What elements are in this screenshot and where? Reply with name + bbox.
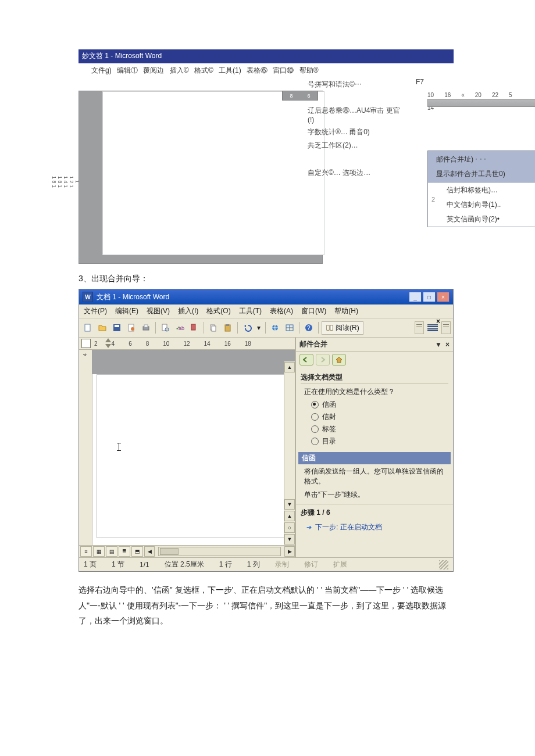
- tools-customize-options[interactable]: 自定兴©… 选项边…: [305, 166, 404, 180]
- menu-window[interactable]: 宙口⑩: [273, 66, 294, 74]
- permission-icon[interactable]: [125, 321, 138, 334]
- undo-icon[interactable]: [241, 321, 254, 334]
- menu-tools[interactable]: 工具(T): [239, 306, 262, 316]
- window-maximize-button[interactable]: □: [423, 292, 436, 302]
- vertical-ruler[interactable]: 4 2 2 4 6: [79, 350, 92, 545]
- window-title: 文档 1 - Microsoft Word: [97, 292, 169, 302]
- scroll-down-button[interactable]: ▼: [284, 499, 295, 510]
- reading-view-button[interactable]: ⬒: [131, 546, 143, 557]
- submenu-chinese-envelope-wizard[interactable]: 中文信封向导(1)..: [440, 198, 535, 212]
- menu-help[interactable]: 帮助®: [299, 66, 319, 74]
- hyperlink-icon[interactable]: [269, 321, 281, 334]
- menu-help[interactable]: 帮助(H): [334, 306, 358, 316]
- toolbar-options-icon[interactable]: [441, 321, 451, 334]
- browse-object-button[interactable]: ○: [284, 522, 295, 533]
- menu-edit[interactable]: 编辑(E): [115, 306, 138, 316]
- hscroll-left-button[interactable]: ◀: [144, 546, 155, 557]
- page-margin-area: [92, 350, 295, 374]
- toolbar-separator: [265, 322, 266, 334]
- radio-icon[interactable]: [311, 425, 319, 433]
- indent-marker-icon[interactable]: [105, 338, 111, 348]
- tools-wordcount[interactable]: 字数统计®… 甬音0): [305, 126, 404, 139]
- selection-description: 将信函发送给一组人。您可以单独设置信函的格式。: [296, 464, 453, 488]
- tools-row2[interactable]: 辽后息卷乘⑧…AU4审击 更官(!): [305, 104, 404, 126]
- scroll-up-button[interactable]: ▲: [284, 362, 295, 372]
- option-label: 信封: [322, 412, 336, 422]
- menu-insert[interactable]: 插入©: [170, 66, 189, 74]
- research-icon[interactable]: [188, 321, 201, 334]
- new-doc-icon[interactable]: [81, 321, 94, 334]
- document-close-button[interactable]: ×: [436, 317, 440, 325]
- tools-spelling[interactable]: 号拼写和语法©‧‧‧: [305, 78, 404, 91]
- web-view-button[interactable]: ▦: [93, 546, 105, 557]
- menu-tools[interactable]: 工具(1): [219, 66, 241, 74]
- page[interactable]: [97, 374, 295, 538]
- vertical-scrollbar[interactable]: ▲ ▼ ▲ ○ ▼: [284, 361, 295, 545]
- toolbar-options-icon[interactable]: [415, 321, 424, 334]
- outline-view-button[interactable]: ≣: [119, 546, 130, 557]
- menu-table[interactable]: 表格(A): [270, 306, 293, 316]
- document-canvas[interactable]: 4 2 2 4 6 ▲ ▼ ▲ ○ ▼: [79, 350, 295, 545]
- horizontal-scrollbar[interactable]: [158, 547, 281, 556]
- status-extend: 扩展: [333, 560, 347, 569]
- menu-file[interactable]: 文件(P): [84, 306, 107, 316]
- menu-view[interactable]: 视图(V): [147, 306, 170, 316]
- tables-borders-icon[interactable]: [283, 321, 296, 334]
- wizard-next-link[interactable]: ➔ 下一步: 正在启动文档: [296, 519, 453, 535]
- print-icon[interactable]: [140, 321, 152, 334]
- help-icon[interactable]: ?: [302, 321, 315, 334]
- open-folder-icon[interactable]: [96, 321, 109, 334]
- next-page-button[interactable]: ▼: [284, 534, 295, 544]
- menu-edit[interactable]: 编辑①: [117, 66, 138, 74]
- horizontal-ruler[interactable]: 2 4 6 8 10 12 14 16 18: [79, 338, 295, 350]
- screenshot-word-mailmerge-pane: W 文档 1 - Microsoft Word _ □ × 文件(P) 编辑(E…: [79, 289, 454, 572]
- prev-page-button[interactable]: ▲: [284, 511, 295, 521]
- nav-back-button[interactable]: [299, 354, 313, 366]
- reading-layout-button[interactable]: 阅读(R): [322, 321, 363, 335]
- menu-insert[interactable]: 插入(I): [178, 306, 198, 316]
- letters-mailings-submenu: 邮件合并址) ‧ ‧ ‧ 显示郝件合并工具世0) 2 信封和标签电)… 中文信封…: [427, 151, 535, 227]
- resize-grip-icon[interactable]: [439, 560, 448, 569]
- submenu-show-mailmerge-toolbar[interactable]: 显示郝件合并工具世0): [429, 167, 534, 181]
- hscroll-thumb[interactable]: [160, 548, 179, 555]
- radio-icon[interactable]: [311, 401, 319, 409]
- radio-icon[interactable]: [311, 438, 319, 445]
- taskpane-dropdown-icon[interactable]: ▼: [435, 341, 442, 349]
- hscroll-right-button[interactable]: ▶: [284, 546, 295, 557]
- print-layout-button[interactable]: ▤: [106, 546, 117, 557]
- copy-icon[interactable]: [207, 321, 220, 334]
- menu-table[interactable]: 表格⑥: [247, 66, 268, 74]
- menu-format[interactable]: 格式©: [194, 66, 213, 74]
- tools-shared-workspace[interactable]: 共乏工作区(2)…: [305, 139, 404, 152]
- option-label[interactable]: 标签: [311, 423, 448, 435]
- option-directory[interactable]: 目录: [311, 435, 448, 447]
- submenu-envelopes-labels[interactable]: 信封和标签电)…: [440, 183, 535, 198]
- menu-window[interactable]: 窗口(W): [301, 306, 326, 316]
- nav-home-button[interactable]: [332, 354, 346, 366]
- paste-icon[interactable]: [222, 321, 234, 334]
- svg-rect-2: [115, 325, 119, 327]
- menu-view[interactable]: 覆阅边: [143, 66, 164, 74]
- menu-format[interactable]: 格式(O): [206, 306, 230, 316]
- radio-icon[interactable]: [311, 413, 319, 421]
- option-letter[interactable]: 信函: [311, 399, 448, 411]
- window-close-button[interactable]: ×: [437, 292, 450, 302]
- submenu-mail-merge[interactable]: 邮件合并址) ‧ ‧ ‧: [429, 152, 534, 167]
- tab-selector-icon[interactable]: [81, 339, 91, 348]
- print-preview-icon[interactable]: [159, 321, 172, 334]
- nav-forward-button[interactable]: [316, 354, 330, 366]
- undo-dropdown-icon[interactable]: ▾: [255, 321, 262, 334]
- normal-view-button[interactable]: ≡: [80, 546, 92, 557]
- option-envelope[interactable]: 信封: [311, 411, 448, 423]
- taskpane-close-button[interactable]: ×: [445, 341, 450, 349]
- status-record: 录制: [275, 560, 289, 569]
- menu-file[interactable]: 文件g): [91, 66, 112, 74]
- submenu-english-letter-wizard[interactable]: 英文信函向导(2)•: [440, 212, 535, 227]
- status-column: 1 列: [247, 560, 260, 569]
- status-bar: 1 页 1 节 1/1 位置 2.5厘米 1 行 1 列 录制 修订 扩展: [79, 557, 453, 571]
- save-icon[interactable]: [110, 321, 123, 334]
- svg-rect-6: [144, 325, 148, 327]
- title-bar[interactable]: W 文档 1 - Microsoft Word _ □ ×: [79, 289, 453, 304]
- spellcheck-icon[interactable]: ✓abc: [173, 321, 186, 334]
- window-minimize-button[interactable]: _: [409, 292, 422, 302]
